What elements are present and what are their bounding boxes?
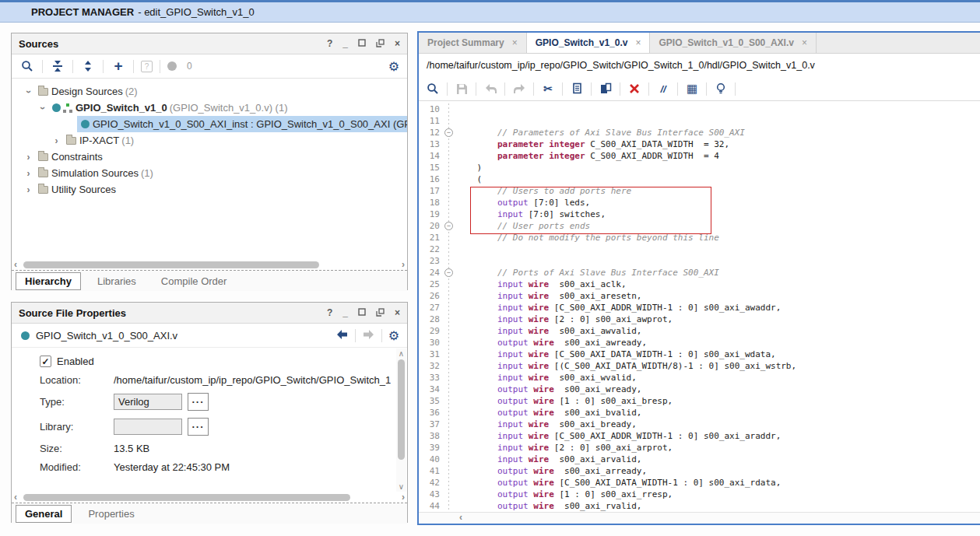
maximize-icon[interactable]	[358, 39, 366, 48]
tree-item-content[interactable]: Design Sources(2)	[34, 83, 140, 100]
sources-hscrollbar[interactable]: ‹ ›	[12, 260, 407, 270]
library-field[interactable]	[114, 419, 182, 435]
delete-icon[interactable]	[627, 81, 642, 96]
type-browse-button[interactable]: ···	[188, 393, 209, 411]
tree-item-design-sources[interactable]: ›Design Sources(2)	[12, 83, 407, 100]
properties-vscrollbar[interactable]: ∧ ∨	[396, 349, 406, 492]
editor-tab-gpio-switch-v1-0-v[interactable]: GPIO_Switch_v1_0.v×	[527, 33, 651, 53]
page-subtitle: - edit_GPIO_Switch_v1_0	[138, 6, 255, 18]
toolbar-separator	[504, 82, 505, 96]
find-icon[interactable]	[425, 81, 441, 96]
settings-gear-icon[interactable]: ⚙	[388, 59, 399, 74]
float-icon[interactable]	[376, 308, 385, 318]
column-select-icon[interactable]: ▦	[684, 81, 700, 96]
editor-tab-project-summary[interactable]: Project Summary×	[419, 33, 527, 53]
tree-item-constraints[interactable]: ›Constraints	[12, 149, 407, 165]
scroll-right-icon[interactable]: ›	[402, 492, 405, 503]
library-browse-button[interactable]: ···	[188, 418, 209, 436]
expand-all-icon[interactable]	[80, 58, 96, 74]
line-number: 18	[419, 197, 442, 208]
float-icon[interactable]	[376, 39, 385, 49]
chevron-right-icon[interactable]: ›	[51, 135, 62, 146]
tree-item-ip-xact[interactable]: ›IP-XACT(1)	[12, 132, 407, 149]
enabled-checkbox[interactable]: ✓	[40, 356, 51, 367]
chevron-down-icon[interactable]: ›	[37, 103, 48, 114]
chevron-right-icon[interactable]: ›	[23, 184, 34, 195]
scroll-left-icon[interactable]: ‹	[14, 492, 17, 503]
close-icon[interactable]: ×	[395, 308, 400, 317]
sources-toolbar: + ? 0 ⚙	[12, 54, 407, 79]
maximize-icon[interactable]	[358, 308, 366, 317]
tree-item-content[interactable]: Simulation Sources(1)	[34, 165, 156, 181]
tree-item-label: Design Sources	[51, 86, 123, 97]
search-icon[interactable]	[19, 58, 35, 74]
tab-close-icon[interactable]: ×	[802, 37, 807, 48]
modified-label: Modified:	[40, 461, 114, 473]
scroll-left-icon[interactable]: ‹	[14, 260, 17, 270]
help-icon[interactable]: ?	[327, 308, 332, 317]
fold-marker-icon[interactable]: −	[444, 268, 453, 277]
tab-compile-order[interactable]: Compile Order	[153, 273, 236, 289]
scrollbar-thumb[interactable]	[398, 359, 405, 460]
scroll-left-icon[interactable]: ‹	[459, 513, 462, 523]
toggle-comment-icon[interactable]: //	[655, 81, 671, 96]
cut-icon[interactable]: ✂	[540, 81, 556, 96]
fold-column	[442, 314, 456, 325]
tab-libraries[interactable]: Libraries	[89, 273, 145, 289]
chevron-right-icon[interactable]: ›	[23, 168, 34, 179]
tree-item-content[interactable]: Utility Sources	[34, 181, 118, 198]
lightbulb-icon[interactable]	[713, 81, 729, 96]
tree-item-simulation-sources[interactable]: ›Simulation Sources(1)	[12, 165, 407, 181]
properties-content: ✓ Enabled Location: /home/taifur/custom_…	[12, 347, 407, 492]
editor-hscrollbar[interactable]: ‹	[419, 512, 980, 524]
scroll-down-icon[interactable]: ∨	[396, 482, 406, 491]
minimize-icon[interactable]: _	[342, 39, 348, 48]
code-token: input	[497, 373, 523, 383]
toolbar-separator	[381, 329, 382, 342]
properties-hscrollbar[interactable]: ‹ ›	[12, 492, 407, 503]
scrollbar-thumb[interactable]	[23, 494, 350, 501]
chevron-right-icon[interactable]: ›	[23, 152, 34, 163]
tab-general[interactable]: General	[16, 505, 72, 523]
tree-item-gpio-switch-v1-0-s00-axi-ins[interactable]: GPIO_Switch_v1_0_S00_AXI_inst : GPIO_Swi…	[12, 116, 407, 132]
fold-marker-icon[interactable]: −	[444, 222, 453, 230]
location-value: /home/taifur/custom_ip/ip_repo/GPIO_Swit…	[114, 374, 391, 386]
back-arrow-icon[interactable]	[335, 328, 349, 343]
help-icon[interactable]: ?	[327, 39, 332, 48]
add-sources-icon[interactable]: +	[111, 58, 126, 74]
scrollbar-thumb[interactable]	[23, 261, 319, 268]
code-line: 40 input wire s00_axi_arvalid,	[419, 454, 980, 465]
toolbar-separator	[133, 60, 134, 73]
tree-item-content[interactable]: Constraints	[34, 149, 105, 165]
fold-marker-icon[interactable]: −	[444, 128, 453, 137]
chevron-down-icon[interactable]: ›	[23, 86, 34, 97]
code-token	[456, 326, 497, 336]
tab-properties[interactable]: Properties	[79, 506, 142, 522]
type-field[interactable]: Verilog	[114, 394, 182, 410]
tree-item-content[interactable]: GPIO_Switch_v1_0(GPIO_Switch_v1_0.v) (1)	[48, 100, 290, 116]
fold-column	[442, 430, 456, 442]
code-token: wire	[523, 326, 549, 336]
minimize-icon[interactable]: _	[342, 308, 348, 317]
tree-item-gpio-switch-v1-0[interactable]: ›GPIO_Switch_v1_0(GPIO_Switch_v1_0.v) (1…	[12, 100, 407, 116]
close-icon[interactable]: ×	[395, 39, 400, 48]
copy-icon[interactable]	[569, 81, 585, 96]
paste-icon[interactable]	[598, 81, 613, 96]
code-token: s00_axi_arvalid,	[549, 454, 641, 464]
code-token	[456, 361, 497, 371]
collapse-all-icon[interactable]	[50, 58, 65, 74]
forward-arrow-icon[interactable]	[362, 328, 375, 343]
tree-item-content[interactable]: GPIO_Switch_v1_0_S00_AXI_inst : GPIO_Swi…	[77, 116, 407, 132]
fold-column	[442, 197, 456, 208]
scroll-right-icon[interactable]: ›	[402, 260, 405, 270]
tree-item-content[interactable]: IP-XACT(1)	[62, 132, 136, 149]
toolbar-separator	[72, 60, 73, 73]
tab-close-icon[interactable]: ×	[635, 37, 641, 48]
code-area[interactable]: 101112− // Parameters of Axi Slave Bus I…	[419, 101, 980, 512]
tab-hierarchy[interactable]: Hierarchy	[16, 272, 81, 290]
scroll-up-icon[interactable]: ∧	[396, 349, 406, 358]
tree-item-utility-sources[interactable]: ›Utility Sources	[12, 181, 407, 198]
editor-tab-gpio-switch-v1-0-s00-axi-v[interactable]: GPIO_Switch_v1_0_S00_AXI.v×	[650, 33, 816, 53]
tab-close-icon[interactable]: ×	[512, 37, 518, 48]
settings-gear-icon[interactable]: ⚙	[388, 328, 399, 343]
